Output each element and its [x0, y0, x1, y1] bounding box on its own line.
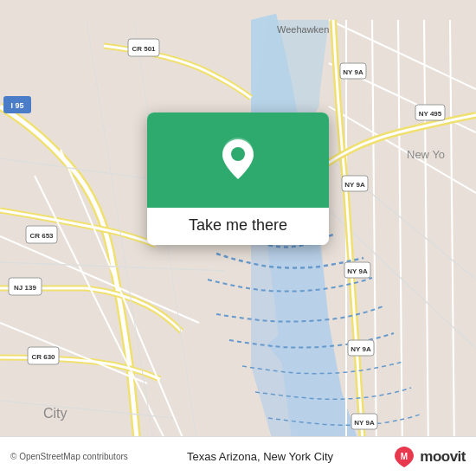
map-attribution: © OpenStreetMap contributors — [10, 452, 128, 461]
popup-card[interactable]: Take me there — [147, 113, 329, 245]
svg-text:M: M — [401, 452, 408, 461]
svg-point-50 — [231, 147, 245, 161]
popup-green-area — [147, 113, 329, 208]
svg-text:CR 501: CR 501 — [132, 45, 156, 53]
svg-text:I 95: I 95 — [10, 101, 23, 110]
svg-text:NY 9A: NY 9A — [354, 419, 375, 427]
popup-label-row[interactable]: Take me there — [147, 208, 329, 245]
moovit-text: moovit — [420, 448, 466, 466]
svg-text:NY 495: NY 495 — [419, 110, 442, 118]
svg-text:NY 9A: NY 9A — [343, 68, 363, 76]
svg-text:NY 9A: NY 9A — [347, 267, 368, 275]
svg-text:NY 9A: NY 9A — [351, 345, 371, 353]
svg-text:New Yo: New Yo — [407, 148, 445, 161]
take-me-there-button[interactable]: Take me there — [189, 216, 287, 235]
svg-text:CR 630: CR 630 — [31, 353, 55, 361]
map-pin-icon — [217, 136, 259, 184]
svg-text:Weehawken: Weehawken — [277, 24, 329, 35]
location-label: Texas Arizona, New York City — [187, 450, 333, 463]
svg-text:NY 9A: NY 9A — [344, 181, 365, 189]
svg-text:NJ 139: NJ 139 — [14, 284, 36, 292]
bottom-bar: © OpenStreetMap contributors Texas Arizo… — [0, 436, 476, 476]
svg-text:CR 653: CR 653 — [29, 232, 54, 240]
moovit-logo: M moovit — [392, 445, 466, 469]
map-container: I 95 CR 501 CR 653 NJ 139 CR 630 NY 9A N… — [0, 0, 476, 476]
svg-text:City: City — [43, 406, 68, 421]
moovit-icon: M — [392, 445, 416, 469]
